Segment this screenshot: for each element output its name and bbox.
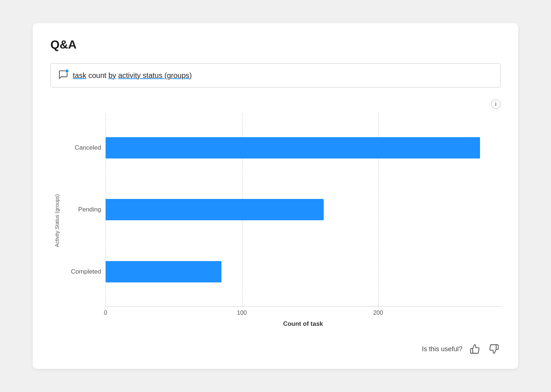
bars-container [106,113,501,306]
y-axis-label: Activity Status (groups) [54,194,60,247]
chart-body: Canceled Pending Completed [65,113,501,328]
thumbs-up-icon [470,344,480,354]
x-axis-labels-offset [65,306,106,320]
bar-label-completed: Completed [65,268,101,275]
thumbs-up-button[interactable] [468,342,481,356]
bar-label-canceled: Canceled [65,144,101,152]
bar-completed [106,261,221,282]
footer-row: Is this useful? [50,342,501,356]
x-axis-title-offset [65,320,106,328]
thumbs-down-button[interactable] [487,342,501,356]
chart-area: Activity Status (groups) Canceled Pendin… [50,113,501,328]
blue-dot [65,69,69,73]
bars-section: Canceled Pending Completed [65,113,501,306]
page-title: Q&A [50,38,501,51]
info-icon[interactable]: i [491,99,501,109]
bar-labels: Canceled Pending Completed [65,113,106,306]
info-icon-row: i [50,99,501,109]
bar-row-pending [106,196,501,223]
bar-canceled [106,137,480,158]
x-tick-100: 100 [237,310,247,316]
query-box[interactable]: task count by activity status (groups) [50,63,501,88]
bar-row-completed [106,259,501,285]
x-axis-title-center: Count of task [106,320,501,328]
query-text: task count by activity status (groups) [73,71,192,80]
useful-text: Is this useful? [422,345,462,353]
bar-pending [106,199,324,220]
x-axis-title-row: Count of task [65,320,501,328]
x-tick-0: 0 [104,310,107,316]
bar-label-pending: Pending [65,206,101,213]
x-axis-section: 0 100 200 [65,306,501,320]
chat-icon-wrapper [58,70,68,81]
x-tick-200: 200 [373,310,383,316]
main-card: Q&A task count by activity status (group… [33,23,518,369]
x-axis-labels: 0 100 200 [106,306,501,320]
x-axis-title: Count of task [283,320,323,327]
y-axis-label-wrapper: Activity Status (groups) [50,113,64,328]
thumbs-down-icon [489,344,499,354]
bar-row-canceled [106,135,501,161]
